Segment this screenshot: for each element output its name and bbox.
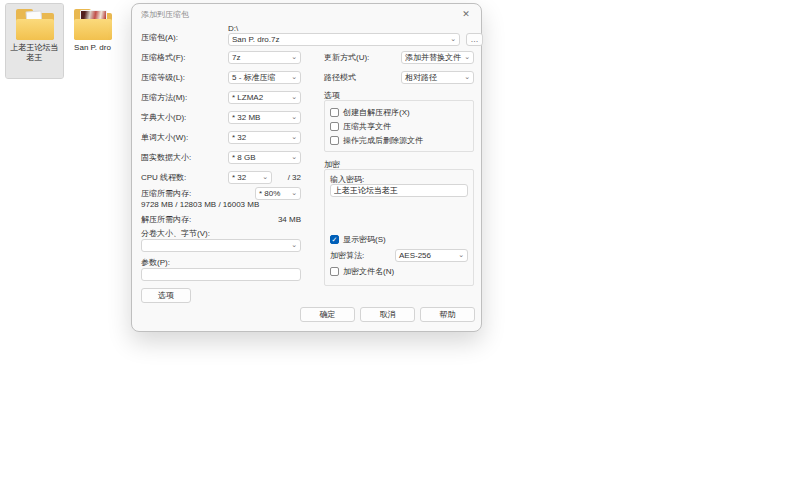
level-value: 5 - 标准压缩 [232,72,276,83]
cpu-threads-max: / 32 [288,173,301,182]
chevron-down-icon: ⌄ [291,133,297,140]
chevron-down-icon: ⌄ [464,53,470,60]
method-combobox[interactable]: * LZMA2 ⌄ [228,91,301,104]
chevron-down-icon: ⌄ [291,113,297,120]
method-value: * LZMA2 [232,93,263,102]
cpu-threads-value: * 32 [232,173,246,182]
show-password-checkbox[interactable]: ✓ 显示密码(S) [330,234,386,245]
archive-dir: D:\ [228,24,238,33]
level-label: 压缩等级(L): [141,72,228,83]
create-sfx-label: 创建自解压程序(X) [343,107,410,118]
parameters-input[interactable] [141,268,301,281]
icon-label: 上老王论坛当老王 [6,43,63,63]
checkbox-icon [330,267,339,276]
chevron-down-icon: ⌄ [464,73,470,80]
shared-files-label: 压缩共享文件 [343,121,391,132]
cpu-threads-combobox[interactable]: * 32 ⌄ [228,171,272,184]
delete-after-checkbox[interactable]: 操作完成后删除源文件 [330,135,423,146]
checkbox-icon [330,122,339,131]
solid-size-label: 固实数据大小: [141,152,228,163]
checkbox-icon [330,108,339,117]
shared-files-checkbox[interactable]: 压缩共享文件 [330,121,391,132]
encryption-method-label: 加密算法: [330,250,395,261]
chevron-down-icon: ⌄ [450,35,456,42]
memory-compress-label: 压缩所需内存: [141,188,255,199]
archive-label: 压缩包(A): [141,32,178,43]
cancel-button[interactable]: 取消 [360,307,415,322]
checkbox-icon [330,136,339,145]
memory-usage-combobox[interactable]: * 80% ⌄ [255,187,301,200]
update-mode-combobox[interactable]: 添加并替换文件 ⌄ [401,51,474,64]
dictionary-label: 字典大小(D): [141,112,228,123]
memory-compress-detail: 9728 MB / 12803 MB / 16003 MB [141,200,259,209]
solid-size-combobox[interactable]: * 8 GB ⌄ [228,151,301,164]
archive-name-value: San P. dro.7z [232,35,279,44]
options-button[interactable]: 选项 [141,288,191,303]
word-size-combobox[interactable]: * 32 ⌄ [228,131,301,144]
update-mode-value: 添加并替换文件 [405,52,461,63]
path-mode-combobox[interactable]: 相对路径 ⌄ [401,71,474,84]
ok-button[interactable]: 确定 [300,307,355,322]
encrypt-filenames-label: 加密文件名(N) [343,266,394,277]
folder-icon [72,8,114,42]
chevron-down-icon: ⌄ [291,241,297,248]
volume-size-label: 分卷大小、字节(V): [141,228,210,239]
help-button[interactable]: 帮助 [420,307,475,322]
path-mode-label: 路径模式 [324,72,401,83]
archive-name-combobox[interactable]: San P. dro.7z ⌄ [228,33,460,46]
chevron-down-icon: ⌄ [262,173,268,180]
show-password-label: 显示密码(S) [343,234,386,245]
encryption-method-combobox[interactable]: AES-256 ⌄ [395,249,468,262]
create-sfx-checkbox[interactable]: 创建自解压程序(X) [330,107,410,118]
encryption-method-value: AES-256 [399,251,431,260]
volume-size-combobox[interactable]: ⌄ [141,239,301,252]
word-size-value: * 32 [232,133,246,142]
memory-usage-value: * 80% [259,189,280,198]
delete-after-label: 操作完成后删除源文件 [343,135,423,146]
folder-icon [14,8,56,42]
dictionary-combobox[interactable]: * 32 MB ⌄ [228,111,301,124]
chevron-down-icon: ⌄ [291,53,297,60]
chevron-down-icon: ⌄ [458,251,464,258]
method-label: 压缩方法(M): [141,92,228,103]
chevron-down-icon: ⌄ [291,93,297,100]
word-size-label: 单词大小(W): [141,132,228,143]
encrypt-filenames-checkbox[interactable]: 加密文件名(N) [330,266,394,277]
chevron-down-icon: ⌄ [291,153,297,160]
solid-size-value: * 8 GB [232,153,256,162]
desktop-icon-folder-1[interactable]: 上老王论坛当老王 [6,4,63,78]
level-combobox[interactable]: 5 - 标准压缩 ⌄ [228,71,301,84]
chevron-down-icon: ⌄ [291,189,297,196]
parameters-label: 参数(P): [141,257,170,268]
desktop-icon-folder-2[interactable]: San P. dro [64,4,121,78]
close-icon[interactable]: ✕ [460,8,472,20]
format-combobox[interactable]: 7z ⌄ [228,51,301,64]
format-value: 7z [232,53,240,62]
dialog-title: 添加到压缩包 [141,9,189,20]
memory-decompress-value: 34 MB [278,215,301,224]
add-to-archive-dialog: 添加到压缩包 ✕ 压缩包(A): D:\ San P. dro.7z ⌄ … 压… [131,3,482,332]
update-mode-label: 更新方式(U): [324,52,401,63]
path-mode-value: 相对路径 [405,72,437,83]
checkbox-checked-icon: ✓ [330,235,339,244]
icon-label: San P. dro [64,43,121,53]
chevron-down-icon: ⌄ [291,73,297,80]
format-label: 压缩格式(F): [141,52,228,63]
browse-button[interactable]: … [466,33,483,46]
dictionary-value: * 32 MB [232,113,260,122]
memory-decompress-label: 解压所需内存: [141,214,278,225]
cpu-threads-label: CPU 线程数: [141,172,228,183]
password-input[interactable] [330,184,468,197]
